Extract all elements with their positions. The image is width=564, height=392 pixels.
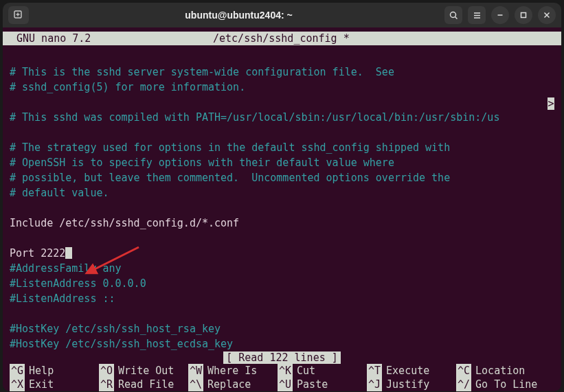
maximize-button[interactable]: [515, 6, 532, 24]
text-cursor: [65, 247, 72, 259]
editor-line: # default value.: [3, 185, 561, 200]
nano-filename: /etc/ssh/sshd_config *: [213, 32, 557, 45]
editor-line: # OpenSSH is to specify options with the…: [3, 155, 561, 170]
shortcut-key: ^K: [278, 364, 293, 378]
shortcut-key: ^U: [278, 378, 293, 391]
shortcut-label: Go To Line: [471, 378, 537, 391]
editor-line: [3, 49, 561, 65]
nano-shortcut: ^JJustify: [367, 378, 456, 391]
minimize-button[interactable]: [491, 6, 509, 24]
editor-line: Include /etc/ssh/sshd_config.d/*.conf: [3, 216, 561, 231]
editor-line: #HostKey /etc/ssh/ssh_host_rsa_key: [3, 321, 561, 336]
nano-shortcut: ^XExit: [10, 378, 99, 391]
shortcut-label: Replace: [203, 378, 251, 391]
nano-status: [ Read 122 lines ]: [3, 351, 561, 364]
search-button[interactable]: [444, 6, 462, 24]
editor-line: [3, 200, 561, 216]
shortcut-key: ^J: [367, 378, 382, 391]
nano-shortcut: ^/Go To Line: [456, 378, 545, 391]
shortcut-key: ^/: [456, 378, 471, 391]
shortcut-label: Justify: [382, 378, 429, 391]
shortcut-label: Location: [471, 364, 525, 378]
nano-footer: [ Read 122 lines ] ^GHelp^OWrite Out^WWh…: [3, 351, 561, 391]
editor-line: #ListenAddress 0.0.0.0: [3, 276, 561, 291]
terminal[interactable]: GNU nano 7.2 /etc/ssh/sshd_config * > # …: [3, 27, 561, 391]
shortcut-key: ^\: [188, 378, 203, 391]
nano-shortcut: ^UPaste: [278, 378, 367, 391]
shortcut-label: Help: [25, 364, 54, 378]
editor-line: Port 2222: [3, 246, 561, 261]
shortcut-key: ^R: [99, 378, 114, 391]
titlebar-left: [8, 6, 33, 24]
editor-line: [3, 95, 561, 110]
editor-line: # sshd_config(5) for more information.: [3, 80, 561, 95]
shortcut-key: ^X: [10, 378, 25, 391]
editor-line: #HostKey /etc/ssh/ssh_host_ecdsa_key: [3, 336, 561, 351]
shortcut-key: ^C: [456, 364, 471, 378]
shortcut-key: ^G: [10, 364, 25, 378]
editor-line: # This is the sshd server system-wide co…: [3, 65, 561, 80]
line-truncation-marker: >: [548, 97, 554, 110]
shortcut-label: Execute: [382, 364, 429, 378]
editor-line: #ListenAddress ::: [3, 291, 561, 306]
editor-line: # This sshd was compiled with PATH=/usr/…: [3, 110, 561, 125]
shortcut-label: Paste: [293, 378, 328, 391]
editor-line: #AddressFamily any: [3, 261, 561, 276]
window-title: ubuntu@ubuntu2404: ~: [33, 10, 444, 21]
nano-shortcut: ^KCut: [278, 364, 367, 378]
new-tab-button[interactable]: [8, 6, 29, 24]
editor-line: [3, 231, 561, 246]
close-icon: [543, 12, 550, 19]
shortcut-key: ^W: [188, 364, 203, 378]
nano-shortcut: ^GHelp: [10, 364, 99, 378]
shortcut-key: ^O: [99, 364, 114, 378]
editor-line: [3, 125, 561, 140]
new-tab-icon: [14, 10, 23, 20]
editor-line: # possible, but leave them commented. Un…: [3, 170, 561, 185]
shortcut-label: Exit: [25, 378, 54, 391]
nano-shortcut: ^WWhere Is: [188, 364, 278, 378]
minimize-icon: [497, 12, 504, 19]
editor-line: [3, 306, 561, 321]
svg-point-3: [450, 12, 455, 17]
close-button[interactable]: [538, 6, 556, 24]
nano-shortcut: ^RRead File: [99, 378, 188, 391]
shortcut-label: Write Out: [114, 364, 174, 378]
hamburger-icon: [473, 11, 482, 20]
svg-rect-9: [521, 13, 526, 18]
editor-line: # The strategy used for options in the d…: [3, 140, 561, 155]
nano-shortcut: ^TExecute: [367, 364, 456, 378]
maximize-icon: [520, 12, 527, 19]
menu-button[interactable]: [468, 6, 486, 24]
shortcut-label: Read File: [114, 378, 174, 391]
window-titlebar: ubuntu@ubuntu2404: ~: [3, 3, 561, 27]
nano-shortcut: ^CLocation: [456, 364, 545, 378]
shortcut-label: Cut: [293, 364, 315, 378]
shortcut-label: Where Is: [203, 364, 257, 378]
nano-version: GNU nano 7.2: [7, 32, 213, 45]
editor-body[interactable]: > # This is the sshd server system-wide …: [3, 45, 561, 351]
svg-line-4: [455, 16, 457, 19]
nano-shortcut: ^\Replace: [188, 378, 278, 391]
shortcut-key: ^T: [367, 364, 382, 378]
shortcut-row-2: ^XExit^RRead File^\Replace^UPaste^JJusti…: [3, 378, 561, 391]
shortcut-row-1: ^GHelp^OWrite Out^WWhere Is^KCut^TExecut…: [3, 364, 561, 378]
nano-shortcut: ^OWrite Out: [99, 364, 188, 378]
nano-titlebar: GNU nano 7.2 /etc/ssh/sshd_config *: [3, 32, 561, 45]
search-icon: [449, 11, 458, 20]
titlebar-right: [444, 6, 556, 24]
